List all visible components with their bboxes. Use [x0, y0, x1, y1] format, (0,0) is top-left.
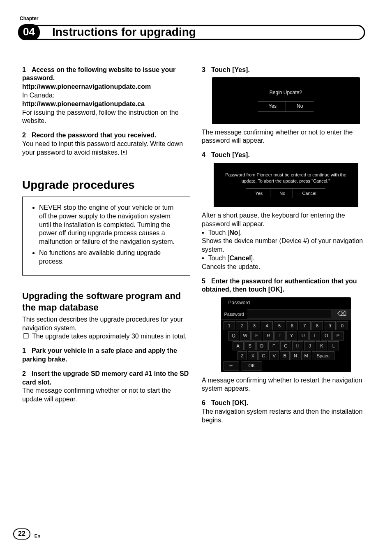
- space-key[interactable]: Space: [312, 351, 334, 360]
- screenshot-begin-update: Begin Update? YesNo: [212, 77, 360, 124]
- dialog-message: Begin Update?: [221, 90, 351, 96]
- ok-key[interactable]: OK: [242, 361, 262, 370]
- proc-step-6: 6Touch [OK].: [202, 399, 370, 408]
- left-column: 1Access on the following website to issu…: [22, 66, 190, 425]
- keyboard-key[interactable]: 2: [236, 321, 248, 330]
- step-2-body: You need to input this password accurate…: [22, 140, 190, 157]
- chapter-label: Chapter: [20, 16, 370, 22]
- keyboard-key[interactable]: H: [292, 341, 303, 350]
- yes-button[interactable]: Yes: [258, 101, 288, 112]
- keyboard-row: QWERTYUIOP: [224, 331, 348, 340]
- proc-step-3: 3Touch [Yes].: [202, 66, 370, 74]
- keyboard-key[interactable]: Z: [238, 351, 247, 360]
- keyboard-key[interactable]: E: [251, 331, 262, 340]
- keyboard-key[interactable]: 5: [274, 321, 286, 330]
- password-field-row: Password ⌫: [221, 309, 351, 320]
- proc-step-6-body: The navigation system restarts and then …: [202, 408, 370, 425]
- keyboard-key[interactable]: 3: [249, 321, 261, 330]
- caution-box: NEVER stop the engine of your vehicle or…: [22, 197, 190, 276]
- keyboard-key[interactable]: I: [309, 331, 320, 340]
- keyboard-key[interactable]: G: [280, 341, 291, 350]
- back-key[interactable]: ⤺: [224, 361, 239, 370]
- caution-item: No functions are available during upgrad…: [39, 249, 182, 266]
- keyboard-key[interactable]: V: [269, 351, 279, 360]
- keyboard-key[interactable]: J: [304, 341, 315, 350]
- keyboard-key[interactable]: Y: [286, 331, 297, 340]
- proc-step-5-body: A message confirming whether to restart …: [202, 376, 370, 394]
- bullet-cancel: ▪ Touch [Cancel].: [202, 254, 370, 263]
- right-column: 3Touch [Yes]. Begin Update? YesNo The me…: [202, 66, 370, 425]
- end-mark-icon: [121, 150, 127, 155]
- keyboard-key[interactable]: 1: [224, 321, 235, 330]
- section-upgrade-procedures: Upgrade procedures: [22, 178, 190, 192]
- square-bullet-icon: ▪: [202, 254, 204, 263]
- note-icon: ❐: [23, 332, 29, 341]
- keyboard-key[interactable]: 8: [311, 321, 323, 330]
- keyboard-key[interactable]: C: [258, 351, 268, 360]
- keyboard-key[interactable]: K: [316, 341, 327, 350]
- bullet-no-body: Shows the device number (Device #) of yo…: [202, 237, 370, 254]
- keyboard-key[interactable]: P: [332, 331, 343, 340]
- proc-step-5: 5Enter the password for authentication t…: [202, 277, 370, 294]
- keyboard-key[interactable]: W: [240, 331, 251, 340]
- proc-step-4: 4Touch [Yes].: [202, 151, 370, 160]
- proc-step-2: 2Insert the upgrade SD memory card #1 in…: [22, 370, 190, 387]
- keyboard-key[interactable]: Q: [228, 331, 239, 340]
- proc-step-3-body: The message confirming whether or not to…: [202, 128, 370, 146]
- keyboard-key[interactable]: R: [263, 331, 274, 340]
- keyboard-key[interactable]: T: [274, 331, 285, 340]
- dialog-buttons: YesNoCancel: [221, 188, 351, 198]
- subsection-title: Upgrading the software program and the m…: [22, 290, 190, 314]
- keyboard: 1234567890 QWERTYUIOP ASDFGHJKL ZXCVBNMS…: [221, 320, 351, 372]
- keyboard-row: ⤺ OK: [224, 361, 348, 370]
- square-bullet-icon: ▪: [202, 229, 204, 237]
- dialog-buttons: YesNo: [221, 101, 351, 112]
- keyboard-key[interactable]: N: [291, 351, 300, 360]
- note: ❐ The upgrade takes approximately 30 min…: [22, 332, 190, 341]
- keyboard-key[interactable]: 7: [299, 321, 311, 330]
- keyboard-key[interactable]: X: [248, 351, 258, 360]
- backspace-icon[interactable]: ⌫: [333, 310, 351, 318]
- keyboard-key[interactable]: L: [328, 341, 339, 350]
- proc-step-2-body: The message confirming whether or not to…: [22, 387, 190, 404]
- password-label: Password: [221, 309, 247, 319]
- keyboard-row: ZXCVBNMSpace: [224, 351, 348, 360]
- screenshot-keyboard: Password Password ⌫ 1234567890 QWERTYUIO…: [221, 297, 351, 372]
- keyboard-row: 1234567890: [224, 321, 348, 330]
- url-us: http://www.pioneernavigationupdate.com: [22, 83, 190, 91]
- keyboard-key[interactable]: 9: [324, 321, 336, 330]
- proc-step-4-body: After a short pause, the keyboard for en…: [202, 211, 370, 229]
- keyboard-key[interactable]: M: [301, 351, 311, 360]
- screenshot-password-prompt: Password from Pioneer must be entered to…: [214, 163, 358, 207]
- keyboard-key[interactable]: F: [268, 341, 279, 350]
- subsection-body: This section describes the upgrade proce…: [22, 315, 190, 333]
- keyboard-key[interactable]: 0: [337, 321, 348, 330]
- keyboard-key[interactable]: B: [280, 351, 290, 360]
- keyboard-key[interactable]: 6: [286, 321, 298, 330]
- canada-label: In Canada:: [22, 91, 190, 100]
- keyboard-key[interactable]: A: [233, 341, 244, 350]
- language-code: En: [35, 533, 40, 539]
- password-input[interactable]: [247, 310, 331, 318]
- bullet-cancel-body: Cancels the update.: [202, 263, 370, 271]
- url-ca: http://www.pioneernavigationupdate.ca: [22, 100, 190, 109]
- keyboard-key[interactable]: 4: [261, 321, 273, 330]
- no-button[interactable]: No: [286, 101, 314, 112]
- yes-button[interactable]: Yes: [246, 188, 272, 198]
- page-footer: 22 En: [13, 528, 40, 540]
- no-button[interactable]: No: [270, 188, 294, 198]
- keyboard-key[interactable]: S: [244, 341, 256, 350]
- bullet-no: ▪ Touch [No].: [202, 229, 370, 237]
- keyboard-title: Password: [221, 297, 351, 309]
- cancel-button[interactable]: Cancel: [293, 188, 325, 198]
- caution-item: NEVER stop the engine of your vehicle or…: [39, 204, 182, 246]
- page-number: 22: [13, 528, 30, 540]
- keyboard-key[interactable]: U: [298, 331, 309, 340]
- keyboard-key[interactable]: O: [321, 331, 332, 340]
- chapter-number: 04: [18, 24, 40, 41]
- dialog-message: Password from Pioneer must be entered to…: [221, 172, 351, 184]
- page-header: 04 Instructions for upgrading: [22, 24, 370, 41]
- keyboard-key[interactable]: D: [256, 341, 267, 350]
- step-2-heading: 2Record the password that you received.: [22, 131, 190, 140]
- keyboard-row: ASDFGHJKL: [224, 341, 348, 350]
